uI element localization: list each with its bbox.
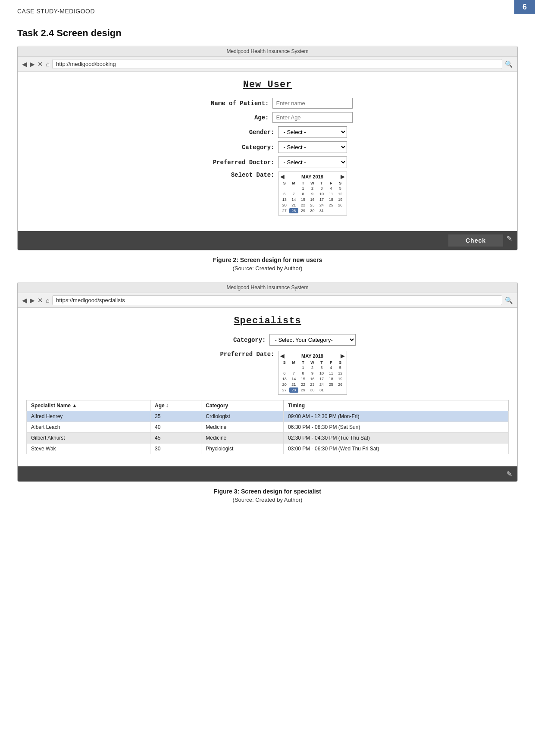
- cal-prev-figure2[interactable]: ◀: [280, 174, 284, 180]
- sort-icon-name[interactable]: ▲: [72, 403, 77, 409]
- table-header-row: Specialist Name ▲ Age ↕ Category Timing: [27, 400, 509, 411]
- category-cell: Medicine: [201, 422, 284, 433]
- form-row-gender: Gender: - Select - Male Female: [26, 126, 509, 138]
- table-row: Albert Leach 40 Medicine 06:30 PM - 08:3…: [27, 422, 509, 433]
- cal-dh-w: W: [308, 181, 317, 185]
- category-cell: Phyciologist: [201, 444, 284, 454]
- table-row: Alfred Henrey 35 Crdiologist 09:00 AM - …: [27, 411, 509, 422]
- specialists-title: Specialists: [26, 316, 509, 326]
- category-select-f3[interactable]: - Select Your Category- Cardiologist Med…: [269, 334, 356, 346]
- cal-dh-m: M: [289, 181, 298, 185]
- close-icon-f3[interactable]: ✕: [38, 297, 43, 304]
- age-cell: 45: [150, 433, 201, 444]
- form-row-name: Name of Patient:: [26, 98, 509, 109]
- age-cell: 35: [150, 411, 201, 422]
- browser-mockup-figure3: Medigood Health Insurance System ◀ ▶ ✕ ⌂…: [17, 282, 518, 482]
- pref-date-label-f3: Preferred Date:: [188, 351, 275, 358]
- category-select[interactable]: - Select - Cardiologist Medicine Physiol…: [278, 141, 347, 153]
- cal-dh-t1: T: [299, 181, 308, 185]
- cal-dh-f: F: [326, 181, 335, 185]
- th-specialist-name[interactable]: Specialist Name ▲: [27, 400, 150, 411]
- timing-cell: 09:00 AM - 12:30 PM (Mon-Fri): [284, 411, 509, 422]
- timing-cell: 06:30 PM - 08:30 PM (Sat Sun): [284, 422, 509, 433]
- calendar-figure3[interactable]: ◀ MAY 2018 ▶ S M T W T F S 1 2 3: [278, 351, 347, 395]
- name-label: Name of Patient:: [183, 100, 269, 107]
- form-title-figure2: New User: [26, 79, 509, 90]
- page-header: CASE STUDY-MEDIGOOD: [0, 0, 535, 15]
- close-icon[interactable]: ✕: [38, 60, 43, 68]
- th-age[interactable]: Age ↕: [150, 400, 201, 411]
- pref-doctor-select[interactable]: - Select -: [278, 156, 347, 168]
- age-cell: 30: [150, 444, 201, 454]
- cal-dh-s1: S: [280, 181, 289, 185]
- date-label: Select Date:: [188, 172, 275, 178]
- forward-icon-f3[interactable]: ▶: [30, 297, 35, 304]
- specialists-table: Specialist Name ▲ Age ↕ Category Timing …: [26, 400, 509, 454]
- age-label: Age:: [183, 114, 269, 121]
- figure3-source: (Source: Created by Author): [0, 497, 535, 503]
- section-title: Task 2.4 Screen design: [0, 15, 535, 46]
- specialist-name-cell: Alfred Henrey: [27, 411, 150, 422]
- name-input[interactable]: [272, 98, 353, 109]
- edit-icon-figure2: ✎: [507, 234, 512, 247]
- bottom-bar-figure3: ✎: [18, 466, 517, 481]
- specialist-name-cell: Gilbert Akhurst: [27, 433, 150, 444]
- home-icon-f3[interactable]: ⌂: [46, 297, 50, 304]
- cal-prev-figure3[interactable]: ◀: [280, 353, 284, 359]
- check-button[interactable]: Check: [448, 234, 503, 247]
- search-icon-figure2[interactable]: 🔍: [505, 60, 513, 68]
- gender-select[interactable]: - Select - Male Female: [278, 126, 347, 138]
- figure3-caption: Figure 3: Screen design for specialist: [0, 488, 535, 495]
- cal-dh-s2: S: [336, 181, 345, 185]
- specialist-name-cell: Steve Wak: [27, 444, 150, 454]
- cal-grid-figure3: S M T W T F S 1 2 3 4 5 6 7 8: [280, 360, 345, 393]
- forward-icon[interactable]: ▶: [30, 60, 35, 68]
- browser-mockup-figure2: Medigood Health Insurance System ◀ ▶ ✕ ⌂…: [17, 46, 518, 250]
- table-row: Gilbert Akhurst 45 Medicine 02:30 PM - 0…: [27, 433, 509, 444]
- th-category[interactable]: Category: [201, 400, 284, 411]
- pref-doctor-label: Preferred Doctor:: [188, 159, 275, 166]
- cal-month-figure2: MAY 2018: [301, 174, 323, 179]
- browser-nav-figure3: ◀ ▶ ✕ ⌂ 🔍: [18, 293, 517, 308]
- back-icon-f3[interactable]: ◀: [22, 297, 27, 304]
- page-number: 6: [514, 0, 535, 14]
- cal-month-figure3: MAY 2018: [301, 353, 323, 359]
- timing-cell: 02:30 PM - 04:30 PM (Tue Thu Sat): [284, 433, 509, 444]
- browser-content-figure3: Specialists Category: - Select Your Cate…: [18, 308, 517, 462]
- category-label-f3: Category:: [180, 337, 266, 344]
- browser-titlebar-figure2: Medigood Health Insurance System: [18, 46, 517, 57]
- table-row: Steve Wak 30 Phyciologist 03:00 PM - 06:…: [27, 444, 509, 454]
- age-cell: 40: [150, 422, 201, 433]
- cal-next-figure2[interactable]: ▶: [341, 174, 344, 180]
- age-input[interactable]: [272, 112, 353, 123]
- form-row-category: Category: - Select - Cardiologist Medici…: [26, 141, 509, 153]
- cal-next-figure3[interactable]: ▶: [341, 353, 344, 359]
- browser-title-figure3: Medigood Health Insurance System: [226, 284, 308, 291]
- search-icon-figure3[interactable]: 🔍: [505, 297, 513, 304]
- sort-icon-age[interactable]: ↕: [166, 403, 169, 409]
- browser-title-figure2: Medigood Health Insurance System: [226, 48, 308, 54]
- gender-label: Gender:: [188, 129, 275, 136]
- form-row-date: Select Date: ◀ MAY 2018 ▶ S M T W T F S: [26, 172, 509, 216]
- category-cell: Medicine: [201, 433, 284, 444]
- form-row-category-f3: Category: - Select Your Category- Cardio…: [26, 334, 509, 346]
- category-cell: Crdiologist: [201, 411, 284, 422]
- figure2-source: (Source: Created by Author): [0, 265, 535, 272]
- timing-cell: 03:00 PM - 06:30 PM (Wed Thu Fri Sat): [284, 444, 509, 454]
- specialist-name-cell: Albert Leach: [27, 422, 150, 433]
- th-timing[interactable]: Timing: [284, 400, 509, 411]
- form-row-age: Age:: [26, 112, 509, 123]
- edit-icon-figure3: ✎: [507, 470, 512, 478]
- check-btn-row: Check ✎: [18, 231, 517, 250]
- form-row-pref-date-f3: Preferred Date: ◀ MAY 2018 ▶ S M T W T F…: [26, 351, 509, 395]
- url-bar-figure2[interactable]: [52, 59, 502, 69]
- form-row-pref-doctor: Preferred Doctor: - Select -: [26, 156, 509, 168]
- back-icon[interactable]: ◀: [22, 60, 27, 68]
- url-bar-figure3[interactable]: [52, 295, 502, 305]
- category-label: Category:: [188, 144, 275, 151]
- cal-grid-figure2: S M T W T F S 1 2 3 4 5 6: [280, 181, 345, 213]
- calendar-figure2[interactable]: ◀ MAY 2018 ▶ S M T W T F S 1 2: [278, 172, 347, 216]
- cal-dh-t2: T: [317, 181, 326, 185]
- figure2-caption: Figure 2: Screen design for new users: [0, 256, 535, 263]
- home-icon[interactable]: ⌂: [46, 60, 50, 68]
